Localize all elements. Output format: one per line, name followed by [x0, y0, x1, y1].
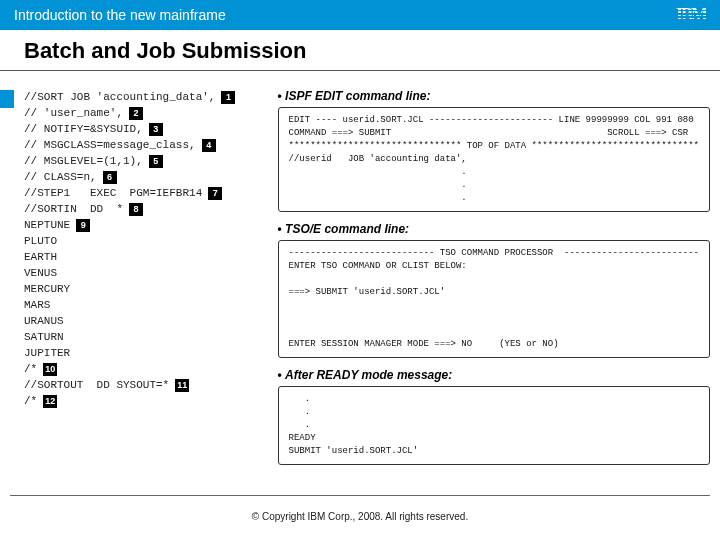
- terminal-panel: --------------------------- TSO COMMAND …: [278, 240, 710, 358]
- code-text: MERCURY: [24, 281, 70, 297]
- section-heading: TSO/E command line:: [278, 222, 710, 236]
- code-line: // CLASS=n,6: [24, 169, 266, 185]
- code-text: // NOTIFY=&SYSUID,: [24, 121, 143, 137]
- code-line: SATURN: [24, 329, 266, 345]
- code-text: /*: [24, 393, 37, 409]
- code-annotation-chip: 12: [43, 395, 57, 408]
- section: ISPF EDIT command line:EDIT ---- userid.…: [278, 89, 710, 212]
- code-text: //SORT JOB 'accounting_data',: [24, 89, 215, 105]
- code-text: //STEP1 EXEC PGM=IEFBR14: [24, 185, 202, 201]
- code-text: SATURN: [24, 329, 64, 345]
- section: After READY mode message: . . . READY SU…: [278, 368, 710, 465]
- code-line: EARTH: [24, 249, 266, 265]
- code-text: // MSGLEVEL=(1,1),: [24, 153, 143, 169]
- code-line: //SORTOUT DD SYSOUT=*11: [24, 377, 266, 393]
- code-text: JUPITER: [24, 345, 70, 361]
- code-line: //STEP1 EXEC PGM=IEFBR147: [24, 185, 266, 201]
- code-annotation-chip: 1: [221, 91, 235, 104]
- code-line: PLUTO: [24, 233, 266, 249]
- terminal-panel: EDIT ---- userid.SORT.JCL --------------…: [278, 107, 710, 212]
- code-line: MERCURY: [24, 281, 266, 297]
- header-bar: Introduction to the new mainframe IBM: [0, 0, 720, 30]
- code-text: //SORTOUT DD SYSOUT=*: [24, 377, 169, 393]
- terminal-panel: . . . READY SUBMIT 'userid.SORT.JCL': [278, 386, 710, 465]
- section-heading: After READY mode message:: [278, 368, 710, 382]
- code-text: EARTH: [24, 249, 57, 265]
- code-text: MARS: [24, 297, 50, 313]
- code-text: // MSGCLASS=message_class,: [24, 137, 196, 153]
- code-annotation-chip: 3: [149, 123, 163, 136]
- code-annotation-chip: 8: [129, 203, 143, 216]
- code-text: /*: [24, 361, 37, 377]
- section-heading: ISPF EDIT command line:: [278, 89, 710, 103]
- title-row: Batch and Job Submission: [0, 30, 720, 68]
- code-text: //SORTIN DD *: [24, 201, 123, 217]
- code-text: NEPTUNE: [24, 217, 70, 233]
- code-line: //SORT JOB 'accounting_data',1: [24, 89, 266, 105]
- ibm-logo: IBM: [676, 5, 706, 26]
- code-annotation-chip: 5: [149, 155, 163, 168]
- code-line: // 'user_name',2: [24, 105, 266, 121]
- code-annotation-chip: 10: [43, 363, 57, 376]
- code-annotation-chip: 2: [129, 107, 143, 120]
- code-line: MARS: [24, 297, 266, 313]
- code-text: URANUS: [24, 313, 64, 329]
- panels-column: ISPF EDIT command line:EDIT ---- userid.…: [278, 89, 710, 475]
- footer-copyright: © Copyright IBM Corp., 2008. All rights …: [0, 511, 720, 522]
- code-annotation-chip: 6: [103, 171, 117, 184]
- code-annotation-chip: 4: [202, 139, 216, 152]
- code-annotation-chip: 7: [208, 187, 222, 200]
- code-text: // CLASS=n,: [24, 169, 97, 185]
- content: //SORT JOB 'accounting_data',1// 'user_n…: [0, 71, 720, 475]
- code-text: // 'user_name',: [24, 105, 123, 121]
- code-line: JUPITER: [24, 345, 266, 361]
- code-text: VENUS: [24, 265, 57, 281]
- accent-block: [0, 90, 14, 108]
- code-line: /*12: [24, 393, 266, 409]
- code-annotation-chip: 11: [175, 379, 189, 392]
- code-line: /*10: [24, 361, 266, 377]
- code-annotation-chip: 9: [76, 219, 90, 232]
- code-line: // NOTIFY=&SYSUID,3: [24, 121, 266, 137]
- page-title: Batch and Job Submission: [24, 38, 696, 64]
- code-line: // MSGCLASS=message_class,4: [24, 137, 266, 153]
- code-text: PLUTO: [24, 233, 57, 249]
- code-line: NEPTUNE9: [24, 217, 266, 233]
- code-line: URANUS: [24, 313, 266, 329]
- code-line: //SORTIN DD *8: [24, 201, 266, 217]
- header-subtitle: Introduction to the new mainframe: [14, 7, 226, 23]
- jcl-code-block: //SORT JOB 'accounting_data',1// 'user_n…: [24, 89, 266, 475]
- code-line: // MSGLEVEL=(1,1),5: [24, 153, 266, 169]
- footer-rule: [10, 495, 710, 496]
- section: TSO/E command line:---------------------…: [278, 222, 710, 358]
- code-line: VENUS: [24, 265, 266, 281]
